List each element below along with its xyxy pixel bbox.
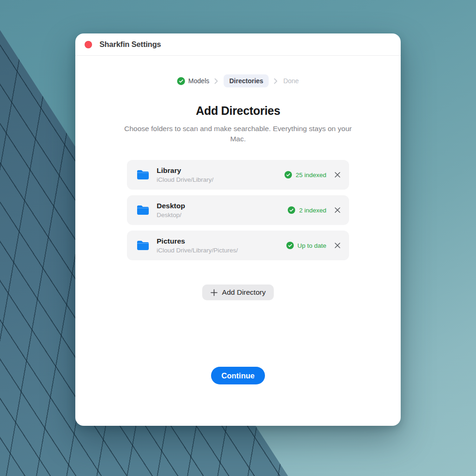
folder-icon [136, 169, 150, 180]
directory-name: Pictures [157, 237, 238, 245]
close-window-button[interactable] [85, 41, 92, 48]
chevron-right-icon [214, 78, 218, 84]
window-title: Sharkfin Settings [99, 40, 161, 49]
directory-texts: Pictures iCloud Drive/Library/Pictures/ [157, 237, 238, 254]
directory-name: Library [157, 166, 213, 175]
step-models[interactable]: Models [177, 77, 209, 85]
remove-directory-button[interactable] [333, 171, 342, 179]
remove-directory-button[interactable] [333, 206, 342, 214]
close-x-icon [334, 207, 341, 213]
directory-path: Desktop/ [157, 212, 185, 218]
footer-actions: Continue [75, 367, 401, 384]
chevron-right-icon [274, 78, 278, 84]
step-directories-label: Directories [229, 77, 263, 85]
folder-icon [136, 240, 150, 251]
directory-name: Desktop [157, 202, 185, 210]
close-x-icon [334, 242, 341, 249]
step-done-label: Done [283, 77, 298, 85]
page-subtitle: Choose folders to scan and make searchab… [122, 124, 354, 144]
page-title: Add Directories [75, 104, 401, 118]
check-circle-icon [288, 206, 295, 214]
status-badge: Up to date [286, 242, 326, 249]
wizard-stepper: Models Directories Done [75, 74, 401, 87]
directory-list: Library iCloud Drive/Library/ 25 indexed [127, 160, 349, 260]
check-circle-icon [284, 171, 292, 178]
step-directories[interactable]: Directories [224, 74, 269, 87]
directory-row: Library iCloud Drive/Library/ 25 indexed [127, 160, 349, 190]
directory-row: Pictures iCloud Drive/Library/Pictures/ … [127, 231, 349, 260]
step-done: Done [283, 77, 298, 85]
folder-icon [136, 205, 150, 216]
directory-path: iCloud Drive/Library/ [157, 176, 213, 183]
directory-row: Desktop Desktop/ 2 indexed [127, 195, 349, 225]
check-circle-icon [177, 77, 185, 85]
status-text: Up to date [298, 242, 326, 249]
directory-texts: Library iCloud Drive/Library/ [157, 166, 213, 183]
settings-window: Sharkfin Settings Models Directories Don… [75, 33, 401, 426]
wizard-content: Models Directories Done Add Directories … [75, 74, 401, 384]
add-directory-button[interactable]: Add Directory [202, 284, 274, 300]
step-models-label: Models [188, 77, 209, 85]
continue-button[interactable]: Continue [211, 367, 265, 384]
directory-texts: Desktop Desktop/ [157, 202, 185, 218]
status-text: 2 indexed [299, 207, 326, 214]
title-bar: Sharkfin Settings [75, 33, 401, 56]
add-directory-label: Add Directory [222, 288, 266, 297]
check-circle-icon [286, 242, 294, 249]
plus-icon [211, 289, 218, 296]
close-x-icon [334, 172, 341, 178]
status-badge: 25 indexed [284, 171, 326, 178]
status-text: 25 indexed [296, 172, 326, 178]
status-badge: 2 indexed [288, 206, 326, 214]
directory-path: iCloud Drive/Library/Pictures/ [157, 247, 238, 254]
remove-directory-button[interactable] [333, 241, 342, 250]
